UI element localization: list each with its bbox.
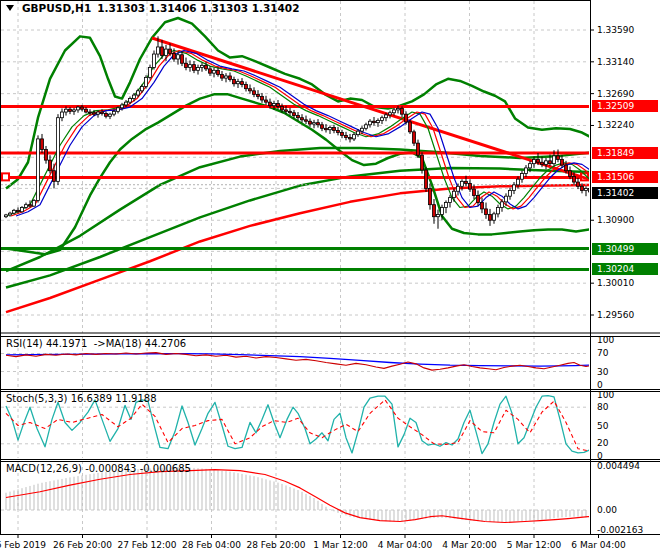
price-level-badge: 1.30499 xyxy=(592,243,658,255)
candle xyxy=(517,179,520,185)
candle xyxy=(553,156,556,164)
candle xyxy=(221,75,224,79)
macd-indicator-label: MACD(12,26,9) -0.000843 -0.000685 xyxy=(6,463,191,474)
candle xyxy=(145,77,148,86)
candle xyxy=(397,108,400,109)
time-axis-label: 1 Mar 12:00 xyxy=(313,540,367,550)
symbol-dropdown-icon[interactable] xyxy=(6,5,14,11)
candle xyxy=(525,168,528,174)
candle xyxy=(81,107,84,109)
price-axis-label: 1.30010 xyxy=(597,278,634,288)
time-axis-label: 6 Mar 04:00 xyxy=(571,540,625,550)
candle xyxy=(49,160,52,171)
candle xyxy=(529,164,532,168)
candle xyxy=(437,215,440,217)
candle xyxy=(33,200,36,206)
candle xyxy=(317,123,320,125)
candle xyxy=(113,111,116,114)
candle xyxy=(353,135,356,139)
candle xyxy=(193,65,196,71)
candle xyxy=(17,210,20,211)
candle xyxy=(393,110,396,113)
time-axis-label: 28 Feb 04:00 xyxy=(182,540,241,550)
candle xyxy=(73,110,76,111)
candle xyxy=(273,104,276,106)
price-level-badge: 1.32509 xyxy=(592,100,658,112)
candle xyxy=(329,128,332,130)
time-axis-label: 4 Mar 04:00 xyxy=(378,540,432,550)
price-axis-label: 1.33590 xyxy=(597,25,634,35)
candle xyxy=(281,106,284,110)
candle xyxy=(189,65,192,68)
chart-canvas[interactable] xyxy=(0,0,660,560)
candle xyxy=(537,159,540,162)
candle xyxy=(265,100,268,102)
candle xyxy=(461,181,464,186)
ohlc-values-label: 1.31303 1.31406 1.31303 1.31402 xyxy=(97,2,299,14)
candle xyxy=(61,112,64,118)
time-axis-label: 26 Feb 2019 xyxy=(0,540,46,550)
candle xyxy=(333,128,336,131)
candle xyxy=(157,47,160,54)
macd-axis-label: 0.00 xyxy=(597,505,617,515)
candle xyxy=(97,112,100,114)
candle xyxy=(21,208,24,212)
rsi-axis-label: 70 xyxy=(597,348,608,358)
candle xyxy=(377,121,380,123)
candle xyxy=(433,205,436,217)
candle xyxy=(477,195,480,202)
candle xyxy=(277,104,280,107)
price-axis-label: 1.29560 xyxy=(597,310,634,320)
candle xyxy=(185,63,188,67)
rsi-axis-label: 30 xyxy=(597,367,608,377)
candle xyxy=(453,191,456,197)
candle xyxy=(241,82,244,85)
macd-axis-label: -0.002163 xyxy=(597,525,643,535)
candle xyxy=(493,214,496,220)
candle xyxy=(77,107,80,110)
candle xyxy=(441,208,444,215)
candle xyxy=(521,174,524,180)
candle xyxy=(37,139,40,201)
candle xyxy=(217,70,220,74)
candle xyxy=(233,80,236,84)
candle xyxy=(205,65,208,69)
candle xyxy=(213,70,216,73)
candle xyxy=(501,202,504,208)
candle xyxy=(481,203,484,209)
price-axis-label: 1.32240 xyxy=(597,120,634,130)
stoch-axis-label: 80 xyxy=(597,402,608,412)
candle xyxy=(489,215,492,221)
candle xyxy=(65,109,68,112)
candle xyxy=(301,118,304,120)
candle xyxy=(177,55,180,59)
main-price-panel[interactable] xyxy=(1,1,612,333)
candle xyxy=(129,99,132,103)
macd-axis-label: 0.004494 xyxy=(597,461,640,471)
candle xyxy=(237,82,240,84)
candle xyxy=(421,155,424,170)
candle xyxy=(381,118,384,121)
time-axis-label: 4 Mar 20:00 xyxy=(442,540,496,550)
candle xyxy=(361,128,364,131)
candle xyxy=(141,87,144,91)
chart-title: GBPUSD,H1 1.31303 1.31406 1.31303 1.3140… xyxy=(6,2,299,14)
candle xyxy=(305,120,308,121)
candle xyxy=(13,210,16,213)
candle xyxy=(245,84,248,88)
candle xyxy=(577,182,580,186)
price-axis-label: 1.33140 xyxy=(597,57,634,67)
candle xyxy=(385,115,388,118)
candle xyxy=(557,156,560,160)
candle xyxy=(549,161,552,164)
trading-chart-window: GBPUSD,H1 1.31303 1.31406 1.31303 1.3140… xyxy=(0,0,660,560)
price-axis-label: 1.32690 xyxy=(597,89,634,99)
candle xyxy=(457,186,460,191)
candle xyxy=(401,108,404,114)
candle xyxy=(497,208,500,214)
candle xyxy=(581,186,584,190)
candle xyxy=(465,181,468,183)
candle xyxy=(473,189,476,195)
symbol-timeframe-label: GBPUSD,H1 xyxy=(22,2,91,14)
rsi-axis-label: 100 xyxy=(597,335,614,345)
